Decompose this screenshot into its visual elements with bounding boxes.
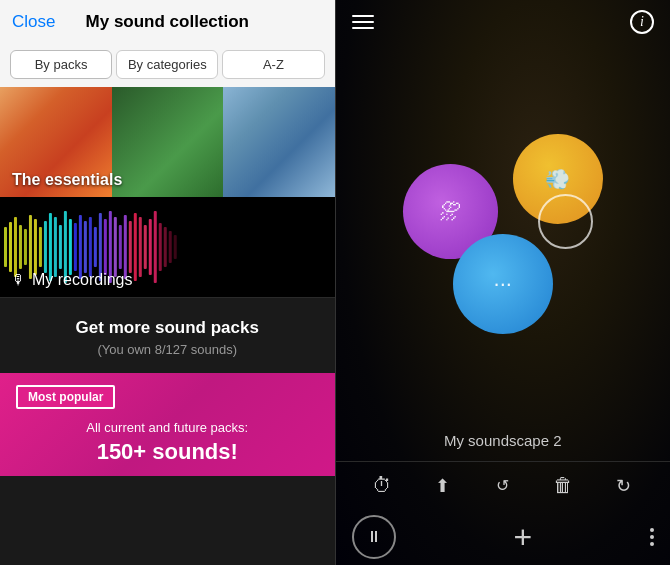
get-more-title: Get more sound packs: [16, 318, 319, 338]
svg-rect-11: [59, 225, 62, 269]
svg-rect-23: [119, 225, 122, 269]
essentials-image-forest: [112, 87, 224, 197]
more-options-button[interactable]: [650, 528, 654, 546]
svg-rect-30: [154, 211, 157, 283]
most-popular-tag: Most popular: [16, 385, 115, 409]
share-button[interactable]: ⬆: [424, 468, 460, 504]
dot-2: [650, 535, 654, 539]
svg-rect-1: [9, 222, 12, 272]
tab-by-packs[interactable]: By packs: [10, 50, 112, 79]
svg-rect-24: [124, 215, 127, 279]
svg-rect-22: [114, 217, 117, 277]
svg-rect-34: [174, 235, 177, 259]
hamburger-line-1: [352, 15, 374, 17]
svg-rect-3: [19, 225, 22, 269]
svg-rect-13: [69, 219, 72, 275]
circle-more[interactable]: ···: [453, 234, 553, 334]
recordings-item[interactable]: 🎙 My recordings: [0, 197, 335, 297]
circle-empty[interactable]: [538, 194, 593, 249]
right-panel: i ⛈ 💨 ··· My soundscape 2 ⏱ ⬆ ↺ 🗑 ↻: [336, 0, 671, 565]
svg-rect-8: [44, 221, 47, 273]
svg-rect-28: [144, 225, 147, 269]
storm-icon: ⛈: [439, 199, 461, 225]
tab-az[interactable]: A-Z: [222, 50, 324, 79]
page-title: My sound collection: [86, 12, 249, 32]
svg-rect-18: [94, 227, 97, 267]
svg-rect-0: [4, 227, 7, 267]
refresh-button[interactable]: ↻: [606, 468, 642, 504]
svg-rect-20: [104, 219, 107, 275]
tab-by-categories[interactable]: By categories: [116, 50, 218, 79]
most-popular-banner[interactable]: Most popular All current and future pack…: [0, 373, 335, 476]
svg-rect-7: [39, 227, 42, 267]
svg-rect-16: [84, 221, 87, 273]
banner-text: All current and future packs: 150+ sound…: [16, 419, 319, 468]
timer-button[interactable]: ⏱: [364, 468, 400, 504]
banner-count: 150+ sounds!: [16, 437, 319, 468]
svg-rect-14: [74, 223, 77, 271]
menu-button[interactable]: [352, 15, 374, 29]
svg-rect-15: [79, 215, 82, 279]
svg-rect-32: [164, 227, 167, 267]
svg-rect-4: [24, 229, 27, 265]
soundscape-name: My soundscape 2: [336, 424, 671, 461]
svg-rect-10: [54, 217, 57, 277]
svg-rect-31: [159, 223, 162, 271]
left-panel: Close My sound collection By packs By ca…: [0, 0, 335, 565]
hamburger-line-3: [352, 27, 374, 29]
close-button[interactable]: Close: [12, 12, 55, 32]
info-button[interactable]: i: [630, 10, 654, 34]
svg-rect-6: [34, 219, 37, 275]
essentials-label: The essentials: [12, 171, 122, 189]
essentials-image-rain: [223, 87, 335, 197]
bottom-action-bar: ⏸ +: [336, 509, 671, 565]
mic-icon: 🎙: [12, 272, 26, 288]
recordings-label: 🎙 My recordings: [12, 271, 132, 289]
scroll-content: The essentials: [0, 87, 335, 565]
dot-1: [650, 528, 654, 532]
more-icon: ···: [494, 271, 512, 297]
circles-container: ⛈ 💨 ···: [403, 134, 603, 334]
get-more-subtitle: (You own 8/127 sounds): [16, 342, 319, 357]
svg-rect-26: [134, 213, 137, 281]
rewind-button[interactable]: ↺: [485, 468, 521, 504]
svg-rect-29: [149, 219, 152, 275]
svg-rect-27: [139, 217, 142, 277]
hamburger-line-2: [352, 21, 374, 23]
left-header: Close My sound collection: [0, 0, 335, 44]
svg-rect-33: [169, 231, 172, 263]
svg-rect-5: [29, 215, 32, 279]
svg-rect-17: [89, 217, 92, 277]
tab-bar: By packs By categories A-Z: [0, 44, 335, 87]
soundscape-area: ⛈ 💨 ···: [336, 44, 671, 424]
right-header: i: [336, 0, 671, 44]
wind-icon: 💨: [545, 167, 570, 191]
get-more-section: Get more sound packs (You own 8/127 soun…: [0, 297, 335, 373]
pause-button[interactable]: ⏸: [352, 515, 396, 559]
add-button[interactable]: +: [396, 519, 651, 556]
delete-button[interactable]: 🗑: [545, 468, 581, 504]
bottom-toolbar: ⏱ ⬆ ↺ 🗑 ↻: [336, 461, 671, 509]
svg-rect-25: [129, 221, 132, 273]
pause-icon: ⏸: [366, 528, 382, 546]
dot-3: [650, 542, 654, 546]
svg-rect-2: [14, 217, 17, 277]
pack-essentials[interactable]: The essentials: [0, 87, 335, 197]
